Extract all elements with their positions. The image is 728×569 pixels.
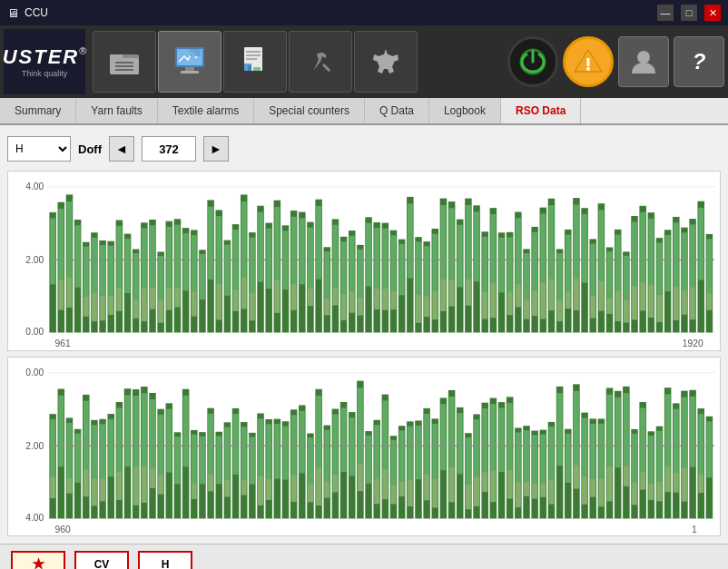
- svg-rect-61: [133, 299, 139, 319]
- svg-rect-106: [274, 280, 280, 313]
- doff-next-button[interactable]: ►: [203, 136, 229, 162]
- tab-special-counters[interactable]: Special counters: [254, 98, 365, 123]
- cv-button[interactable]: CV: [74, 551, 129, 570]
- svg-rect-221: [624, 256, 629, 300]
- svg-rect-225: [632, 286, 637, 319]
- svg-rect-103: [266, 229, 271, 289]
- svg-rect-386: [449, 397, 455, 467]
- svg-text:4.00: 4.00: [25, 181, 44, 191]
- svg-rect-401: [490, 470, 496, 502]
- toolbar-user-button[interactable]: [618, 36, 669, 87]
- svg-rect-466: [682, 467, 687, 501]
- toolbar-settings-button[interactable]: [354, 31, 418, 93]
- svg-rect-21: [587, 58, 590, 66]
- svg-rect-35: [58, 209, 64, 280]
- svg-rect-190: [532, 290, 537, 316]
- svg-rect-140: [382, 229, 388, 289]
- svg-rect-244: [690, 224, 695, 287]
- svg-rect-442: [615, 397, 621, 466]
- svg-rect-328: [266, 424, 271, 478]
- svg-rect-373: [408, 426, 413, 479]
- top-chart: 4.00 2.00 0.00 961 1920: [7, 171, 721, 351]
- svg-rect-350: [332, 475, 338, 492]
- svg-rect-116: [308, 289, 313, 306]
- doff-prev-button[interactable]: ◄: [109, 136, 134, 162]
- toolbar-help-button[interactable]: ?: [674, 36, 724, 87]
- svg-rect-269: [75, 433, 81, 482]
- svg-rect-238: [674, 222, 679, 286]
- channel-select[interactable]: H CV: [7, 136, 71, 162]
- svg-rect-49: [100, 245, 105, 296]
- star-button[interactable]: ★: [11, 551, 65, 570]
- svg-rect-135: [366, 223, 371, 287]
- svg-rect-463: [674, 472, 679, 492]
- svg-rect-222: [624, 300, 629, 323]
- svg-rect-400: [490, 404, 496, 470]
- svg-rect-430: [582, 417, 587, 476]
- svg-rect-160: [440, 279, 446, 311]
- svg-rect-311: [208, 474, 213, 491]
- toolbar-folder-button[interactable]: [93, 31, 156, 93]
- svg-rect-195: [548, 205, 554, 279]
- toolbar-report-button[interactable]: [223, 31, 287, 93]
- minimize-button[interactable]: —: [657, 5, 674, 21]
- svg-rect-120: [324, 251, 330, 299]
- svg-rect-371: [399, 481, 405, 496]
- svg-rect-70: [158, 300, 163, 323]
- svg-rect-450: [640, 407, 645, 472]
- svg-rect-9: [181, 71, 199, 74]
- tab-summary[interactable]: Summary: [0, 98, 76, 123]
- svg-rect-338: [300, 410, 305, 473]
- svg-rect-216: [607, 299, 613, 314]
- tab-q-data[interactable]: Q Data: [365, 98, 429, 123]
- svg-rect-368: [391, 485, 397, 503]
- svg-rect-43: [84, 247, 89, 297]
- svg-rect-320: [241, 427, 247, 479]
- svg-rect-95: [241, 201, 247, 278]
- tab-textile-alarms[interactable]: Textile alarms: [158, 98, 254, 123]
- svg-rect-215: [607, 251, 613, 299]
- svg-rect-447: [632, 433, 637, 482]
- svg-rect-52: [108, 246, 113, 296]
- svg-rect-143: [391, 235, 397, 291]
- tab-rso-data[interactable]: RSO Data: [501, 98, 581, 123]
- svg-rect-356: [358, 388, 363, 463]
- svg-rect-365: [382, 468, 388, 499]
- svg-rect-409: [516, 482, 521, 507]
- svg-rect-55: [116, 226, 122, 288]
- svg-rect-98: [250, 238, 255, 293]
- svg-point-22: [586, 67, 590, 71]
- svg-rect-271: [84, 400, 89, 468]
- toolbar-power-button[interactable]: [507, 36, 558, 87]
- tab-logbook[interactable]: Logbook: [429, 98, 501, 123]
- toolbar-monitor-button[interactable]: [158, 31, 221, 93]
- svg-rect-408: [516, 432, 521, 482]
- svg-rect-459: [665, 394, 671, 466]
- h-button[interactable]: H: [138, 551, 192, 570]
- svg-rect-313: [216, 436, 221, 484]
- svg-rect-288: [133, 466, 139, 505]
- svg-rect-241: [682, 232, 687, 290]
- close-button[interactable]: ✕: [704, 5, 721, 21]
- svg-rect-99: [250, 292, 255, 320]
- svg-rect-392: [466, 484, 471, 508]
- svg-rect-335: [291, 415, 297, 475]
- toolbar-tools-button[interactable]: [289, 31, 352, 93]
- svg-rect-192: [540, 214, 546, 283]
- svg-rect-163: [449, 280, 455, 307]
- svg-rect-170: [474, 211, 479, 281]
- svg-rect-162: [449, 208, 455, 280]
- maximize-button[interactable]: □: [681, 5, 697, 21]
- svg-rect-282: [116, 407, 122, 472]
- svg-rect-63: [142, 228, 147, 289]
- svg-rect-124: [332, 287, 338, 305]
- svg-rect-73: [166, 288, 172, 309]
- svg-rect-305: [192, 434, 197, 483]
- svg-rect-105: [274, 207, 280, 280]
- toolbar-warning-button[interactable]: [563, 36, 614, 87]
- svg-rect-96: [241, 278, 247, 309]
- svg-rect-178: [499, 238, 505, 293]
- svg-rect-341: [308, 484, 313, 501]
- tab-yarn-faults[interactable]: Yarn faults: [76, 98, 157, 123]
- svg-rect-262: [50, 476, 55, 498]
